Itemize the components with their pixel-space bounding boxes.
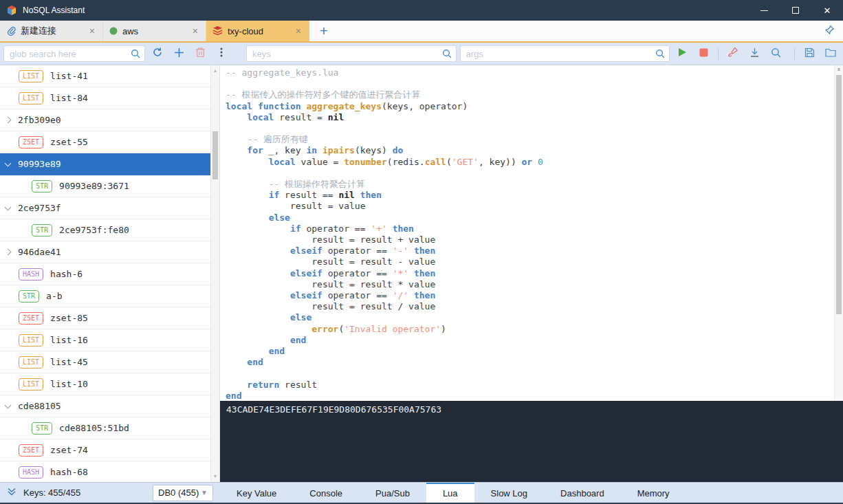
code-line: end: [226, 391, 834, 401]
tree-key-list-41[interactable]: LISTlist-41: [0, 65, 210, 87]
tree-folder-946dae41[interactable]: 946dae41: [0, 241, 210, 263]
tree-key-list-84[interactable]: LISTlist-84: [0, 87, 210, 109]
key-label: zset-55: [50, 137, 88, 147]
search-icon: [442, 49, 452, 58]
more-menu-button[interactable]: [212, 45, 230, 63]
view-tab-slow-log[interactable]: Slow Log: [474, 483, 544, 503]
type-badge-str: STR: [32, 180, 52, 193]
type-badge-list: LIST: [19, 378, 43, 391]
tree-key-zset-85[interactable]: ZSETzset-85: [0, 307, 210, 329]
view-tab-key-value[interactable]: Key Value: [220, 483, 293, 503]
view-tab-label: Slow Log: [491, 488, 527, 498]
view-tab-lua[interactable]: Lua: [426, 483, 474, 503]
key-label: a-b: [46, 291, 62, 301]
type-badge-list: LIST: [19, 70, 43, 83]
stop-script-button[interactable]: [694, 45, 712, 63]
view-tab-pua-sub[interactable]: Pua/Sub: [359, 483, 426, 503]
minimize-button[interactable]: [748, 0, 780, 21]
tree-folder-cde88105[interactable]: cde88105: [0, 395, 210, 417]
chevron-right-icon[interactable]: [5, 249, 12, 256]
save-script-button[interactable]: [800, 45, 818, 63]
download-button[interactable]: [745, 45, 763, 63]
lua-code-editor[interactable]: -- aggregate_keys.lua -- 根据传入的操作符对多个键的值进…: [220, 65, 834, 401]
view-tab-memory[interactable]: Memory: [621, 483, 686, 503]
tree-key-zset-74[interactable]: ZSETzset-74: [0, 439, 210, 461]
key-label: 90993e89: [18, 159, 61, 169]
chevron-down-icon[interactable]: [5, 160, 12, 166]
close-tab-icon[interactable]: ×: [88, 25, 96, 36]
key-label: zset-85: [50, 313, 88, 323]
tree-key-hash-6[interactable]: HASHhash-6: [0, 263, 210, 285]
open-script-button[interactable]: [822, 45, 840, 63]
clear-button[interactable]: [724, 45, 742, 63]
type-badge-list: LIST: [19, 356, 43, 369]
new-connection-tab-button[interactable]: +: [309, 21, 338, 41]
toolbar-separator: [718, 47, 719, 60]
keys-input-box: [246, 45, 457, 62]
editor-scrollbar-thumb[interactable]: [836, 75, 842, 314]
tree-key-90993e89:3671[interactable]: STR90993e89:3671: [0, 175, 210, 197]
sidebar-scrollbar-thumb[interactable]: [212, 131, 218, 179]
green-db-icon: [109, 27, 118, 35]
close-button[interactable]: ✕: [811, 0, 843, 21]
chevron-right-icon[interactable]: [5, 117, 12, 124]
scroll-down-icon[interactable]: ▼: [211, 472, 219, 481]
tree-key-hash-68[interactable]: HASHhash-68: [0, 461, 210, 482]
scroll-down-icon[interactable]: ▼: [835, 65, 843, 74]
type-badge-str: STR: [19, 290, 39, 303]
code-line: result = result * value: [226, 279, 834, 290]
db-select[interactable]: DB0 (455) ▼: [153, 485, 213, 501]
maximize-button[interactable]: [780, 0, 811, 21]
bottom-bar: Keys: 455/455 DB0 (455) ▼ Key ValueConso…: [0, 482, 843, 503]
connection-tab-aws[interactable]: aws×: [103, 21, 206, 41]
view-tab-dashboard[interactable]: Dashboard: [544, 483, 621, 503]
connection-tab-txy-cloud[interactable]: txy-cloud×: [206, 21, 309, 41]
code-line: if result == nil then: [226, 190, 834, 201]
status-bar: Keys: 455/455 DB0 (455) ▼: [0, 483, 220, 503]
pin-button[interactable]: [824, 21, 835, 41]
editor-scrollbar[interactable]: ▲ ▼: [834, 65, 843, 401]
collapse-all-button[interactable]: [7, 487, 17, 499]
chevron-down-icon[interactable]: [5, 204, 12, 210]
tree-key-list-10[interactable]: LISTlist-10: [0, 373, 210, 395]
search-script-button[interactable]: [767, 45, 785, 63]
pin-icon: [824, 25, 835, 38]
view-tab-label: Lua: [443, 488, 458, 498]
view-tab-label: Console: [309, 488, 342, 498]
code-line: error('Invalid operator'): [226, 324, 834, 335]
code-line: [226, 78, 834, 89]
args-input[interactable]: [461, 49, 656, 59]
tree-folder-2fb309e0[interactable]: 2fb309e0: [0, 109, 210, 131]
run-script-button[interactable]: [673, 45, 691, 63]
tree-key-a-b[interactable]: STRa-b: [0, 285, 210, 307]
close-tab-icon[interactable]: ×: [294, 25, 303, 36]
view-tabs: Key ValueConsolePua/SubLuaSlow LogDashbo…: [220, 483, 686, 503]
key-tree: LISTlist-41LISTlist-842fb309e0ZSETzset-5…: [0, 65, 210, 482]
scroll-up-icon[interactable]: ▲: [211, 67, 219, 75]
add-key-button[interactable]: [170, 45, 188, 63]
tree-folder-90993e89[interactable]: 90993e89: [0, 153, 210, 175]
tree-key-2ce9753f:fe80[interactable]: STR2ce9753f:fe80: [0, 219, 210, 241]
glob-search-input[interactable]: [4, 49, 131, 59]
sidebar-scrollbar[interactable]: ▲ ▼: [210, 65, 219, 482]
connection-tabstrip: 新建连接×aws×txy-cloud× +: [0, 21, 843, 43]
trash-icon: [195, 47, 206, 61]
tree-key-zset-55[interactable]: ZSETzset-55: [0, 131, 210, 153]
code-line: elseif operator == '-' then: [226, 245, 834, 256]
code-line: end: [226, 346, 834, 357]
tree-key-list-45[interactable]: LISTlist-45: [0, 351, 210, 373]
refresh-button[interactable]: [149, 45, 166, 63]
code-line: -- aggregate_keys.lua: [226, 67, 834, 78]
code-line: -- 根据传入的操作符对多个键的值进行聚合计算: [226, 89, 834, 100]
view-tab-console[interactable]: Console: [293, 483, 359, 503]
tree-key-cde88105:51bd[interactable]: STRcde88105:51bd: [0, 417, 210, 439]
connection-tab-新建连接[interactable]: 新建连接×: [0, 21, 103, 41]
code-line: [226, 168, 834, 179]
chevron-down-icon[interactable]: [5, 402, 12, 408]
type-badge-hash: HASH: [19, 268, 43, 281]
keys-input[interactable]: [247, 49, 442, 59]
tree-folder-2ce9753f[interactable]: 2ce9753f: [0, 197, 210, 219]
delete-key-button[interactable]: [191, 45, 209, 63]
tree-key-list-16[interactable]: LISTlist-16: [0, 329, 210, 351]
close-tab-icon[interactable]: ×: [191, 25, 199, 36]
